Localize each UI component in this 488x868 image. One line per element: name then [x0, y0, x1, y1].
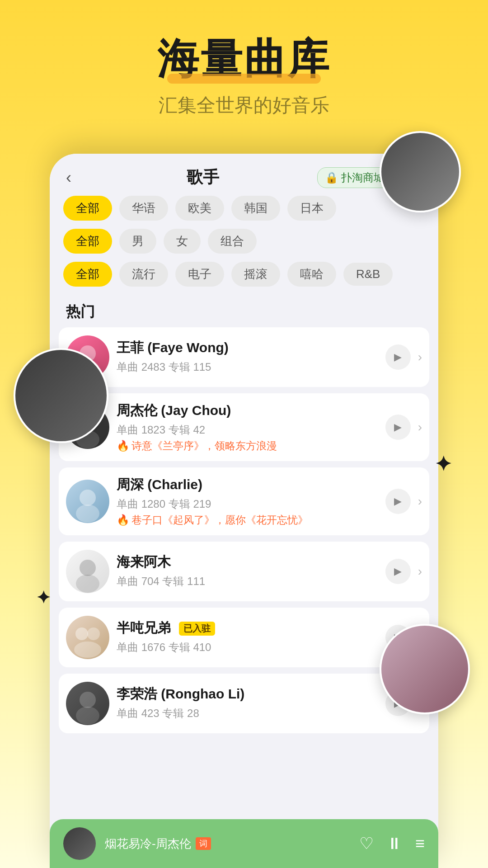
- filter-rnb[interactable]: R&B: [343, 263, 393, 286]
- artist-item-hailai[interactable]: 海来阿木 单曲 704 专辑 111 ▶ ›: [59, 542, 429, 601]
- filter-all-genre[interactable]: 全部: [63, 262, 112, 287]
- artist-stats-bantun: 单曲 1676 专辑 410: [117, 640, 378, 655]
- svg-point-12: [74, 642, 101, 658]
- section-label: 热门: [50, 295, 438, 327]
- artist-info-bantun: 半吨兄弟 已入驻 单曲 1676 专辑 410: [109, 619, 385, 656]
- artist-stats-ronghao: 单曲 423 专辑 28: [117, 706, 378, 721]
- star-decoration-2: ✦: [36, 588, 51, 608]
- app-page-title: 歌手: [187, 166, 219, 189]
- filter-all-region[interactable]: 全部: [63, 196, 112, 221]
- page-header: 海量曲库 汇集全世界的好音乐: [0, 0, 488, 118]
- play-button-faye-wong[interactable]: ▶: [385, 344, 411, 370]
- filter-pop[interactable]: 流行: [119, 262, 168, 287]
- sub-title: 汇集全世界的好音乐: [0, 93, 488, 118]
- artist-item-bantun[interactable]: 半吨兄弟 已入驻 单曲 1676 专辑 410 ▶ ›: [59, 608, 429, 667]
- artist-avatar-charlie: [66, 480, 109, 523]
- filter-section: 全部 华语 欧美 韩国 日本 全部 男 女 组合 全部 流行 电子 摇滚 嘻哈 …: [50, 196, 438, 287]
- artist-name-ronghao: 李荣浩 (Ronghao Li): [117, 685, 378, 703]
- now-playing-avatar: [63, 827, 96, 860]
- artist-avatar-ronghao: [66, 682, 109, 725]
- filter-western[interactable]: 欧美: [175, 196, 224, 221]
- more-button-charlie[interactable]: ›: [418, 494, 422, 509]
- artist-name-faye-wong: 王菲 (Faye Wong): [117, 339, 378, 357]
- filter-rock[interactable]: 摇滚: [231, 262, 280, 287]
- filter-hiphop[interactable]: 嘻哈: [287, 262, 336, 287]
- verified-badge-bantun: 已入驻: [179, 622, 215, 636]
- artist-hot-charlie: 🔥巷子口《起风了》，愿你《花开忘忧》: [117, 513, 378, 527]
- artist-stats-faye-wong: 单曲 2483 专辑 115: [117, 360, 378, 374]
- filter-chinese[interactable]: 华语: [119, 196, 168, 221]
- back-button[interactable]: ‹: [66, 168, 89, 187]
- filter-korean[interactable]: 韩国: [231, 196, 280, 221]
- artist-name-bantun: 半吨兄弟 已入驻: [117, 619, 378, 637]
- filter-group[interactable]: 组合: [208, 229, 257, 254]
- svg-point-9: [76, 575, 99, 593]
- floating-artist-top-right: [380, 131, 461, 212]
- artist-info-faye-wong: 王菲 (Faye Wong) 单曲 2483 专辑 115: [109, 339, 385, 376]
- play-button-charlie[interactable]: ▶: [385, 489, 411, 514]
- floating-artist-mid-left: [14, 348, 108, 443]
- now-playing-bar[interactable]: 烟花易冷-周杰伦 词 ♡ ⏸ ≡: [50, 819, 438, 868]
- filter-all-gender[interactable]: 全部: [63, 229, 112, 254]
- star-decoration-1: ✦: [435, 452, 452, 476]
- svg-point-10: [75, 627, 88, 640]
- filter-row-1: 全部 华语 欧美 韩国 日本: [63, 196, 425, 221]
- playlist-button[interactable]: ≡: [415, 834, 425, 853]
- artist-stats-charlie: 单曲 1280 专辑 219: [117, 497, 378, 511]
- filter-japanese[interactable]: 日本: [287, 196, 336, 221]
- pause-button[interactable]: ⏸: [386, 834, 403, 853]
- filter-female[interactable]: 女: [164, 229, 201, 254]
- filter-row-2: 全部 男 女 组合: [63, 229, 425, 254]
- now-playing-controls: ♡ ⏸ ≡: [359, 834, 425, 853]
- artist-info-ronghao: 李荣浩 (Ronghao Li) 单曲 423 专辑 28: [109, 685, 385, 722]
- artist-name-charlie: 周深 (Charlie): [117, 476, 378, 494]
- artist-actions-jay-chou: ▶ ›: [385, 415, 422, 440]
- artist-name-hailai: 海来阿木: [117, 553, 378, 571]
- artist-actions-charlie: ▶ ›: [385, 489, 422, 514]
- phone-mockup: ‹ 歌手 🔒 扑淘商城 全部 华语 欧美 韩国 日本 全部 男: [50, 154, 438, 868]
- svg-point-6: [80, 490, 96, 506]
- artist-hot-jay-chou: 🔥诗意《兰亭序》，领略东方浪漫: [117, 439, 378, 453]
- filter-male[interactable]: 男: [119, 229, 156, 254]
- artist-actions-hailai: ▶ ›: [385, 559, 422, 584]
- now-playing-badge: 词: [196, 837, 211, 850]
- title-underline: [167, 74, 321, 84]
- play-button-hailai[interactable]: ▶: [385, 559, 411, 584]
- more-button-hailai[interactable]: ›: [418, 564, 422, 579]
- artist-stats-jay-chou: 单曲 1823 专辑 42: [117, 423, 378, 437]
- more-button-faye-wong[interactable]: ›: [418, 350, 422, 364]
- artist-info-hailai: 海来阿木 单曲 704 专辑 111: [109, 553, 385, 590]
- artist-actions-faye-wong: ▶ ›: [385, 344, 422, 370]
- artist-info-charlie: 周深 (Charlie) 单曲 1280 专辑 219 🔥巷子口《起风了》，愿你…: [109, 476, 385, 527]
- play-button-jay-chou[interactable]: ▶: [385, 415, 411, 440]
- filter-electronic[interactable]: 电子: [175, 262, 224, 287]
- like-button[interactable]: ♡: [359, 834, 374, 853]
- svg-point-14: [76, 707, 99, 725]
- artist-item-jay-chou[interactable]: 周杰伦 (Jay Chou) 单曲 1823 专辑 42 🔥诗意《兰亭序》，领略…: [59, 393, 429, 461]
- artist-name-jay-chou: 周杰伦 (Jay Chou): [117, 401, 378, 420]
- filter-row-3: 全部 流行 电子 摇滚 嘻哈 R&B: [63, 262, 425, 287]
- now-playing-info: 烟花易冷-周杰伦 词: [105, 836, 350, 852]
- shop-icon: 🔒: [325, 171, 338, 184]
- artist-item-ronghao[interactable]: 李荣浩 (Ronghao Li) 单曲 423 专辑 28 ▶ ›: [59, 674, 429, 733]
- artist-info-jay-chou: 周杰伦 (Jay Chou) 单曲 1823 专辑 42 🔥诗意《兰亭序》，领略…: [109, 401, 385, 453]
- shop-label: 扑淘商城: [341, 170, 385, 185]
- artist-item-charlie[interactable]: 周深 (Charlie) 单曲 1280 专辑 219 🔥巷子口《起风了》，愿你…: [59, 467, 429, 535]
- svg-point-13: [80, 692, 96, 708]
- more-button-jay-chou[interactable]: ›: [418, 420, 422, 434]
- svg-point-8: [80, 560, 96, 576]
- artist-avatar-hailai: [66, 550, 109, 593]
- floating-artist-bottom-right: [380, 624, 470, 714]
- artist-avatar-bantun: [66, 616, 109, 659]
- now-playing-title: 烟花易冷-周杰伦 词: [105, 836, 350, 852]
- artist-stats-hailai: 单曲 704 专辑 111: [117, 574, 378, 589]
- artist-item-faye-wong[interactable]: 王菲 (Faye Wong) 单曲 2483 专辑 115 ▶ ›: [59, 327, 429, 387]
- svg-point-7: [76, 505, 99, 523]
- svg-point-11: [87, 627, 100, 640]
